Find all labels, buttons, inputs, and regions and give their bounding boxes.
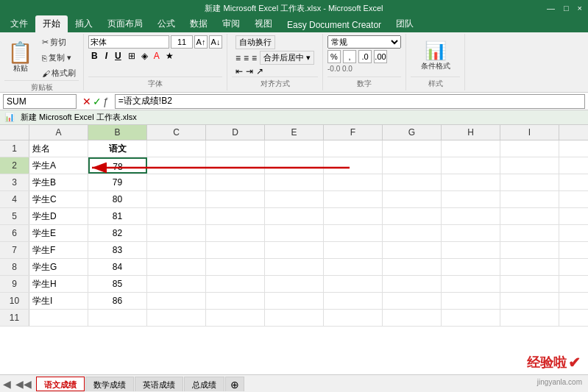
cell-a7[interactable]: 学生F <box>29 242 88 258</box>
align-left-btn[interactable]: ≡ <box>235 53 241 63</box>
tab-review[interactable]: 审阅 <box>215 15 247 32</box>
format-painter-btn[interactable]: 🖌 格式刷 <box>39 66 79 80</box>
cell-i9[interactable] <box>500 276 559 292</box>
cell-e8[interactable] <box>265 259 324 275</box>
cell-a11[interactable] <box>29 310 88 326</box>
cell-g5[interactable] <box>383 208 442 224</box>
cell-b5[interactable]: 81 <box>88 208 147 224</box>
special-format-btn[interactable]: ★ <box>163 50 176 62</box>
cell-d2[interactable] <box>206 157 265 174</box>
cell-c3[interactable] <box>147 174 206 190</box>
align-center-btn[interactable]: ≡ <box>244 53 249 63</box>
merge-center-btn[interactable]: 合并后居中 ▾ <box>260 51 314 65</box>
cell-d11[interactable] <box>206 310 265 326</box>
cell-i4[interactable] <box>500 191 559 207</box>
cell-f3[interactable] <box>324 174 383 190</box>
cell-g4[interactable] <box>383 191 442 207</box>
cell-h1[interactable] <box>442 140 500 157</box>
cell-b3[interactable]: 79 <box>88 174 147 190</box>
percent-btn[interactable]: % <box>327 50 341 63</box>
cell-c10[interactable] <box>147 293 206 309</box>
cell-b9[interactable]: 85 <box>88 276 147 292</box>
align-right-btn[interactable]: ≡ <box>252 53 257 63</box>
col-header-f[interactable]: F <box>324 125 383 140</box>
cell-g7[interactable] <box>383 242 442 258</box>
cell-e1[interactable] <box>265 140 324 157</box>
cell-i3[interactable] <box>500 174 559 190</box>
name-box[interactable] <box>3 94 77 109</box>
col-header-h[interactable]: H <box>442 125 500 140</box>
cell-d1[interactable] <box>206 140 265 157</box>
cell-f1[interactable] <box>324 140 383 157</box>
cell-a8[interactable]: 学生G <box>29 259 88 275</box>
cell-d3[interactable] <box>206 174 265 190</box>
cell-c5[interactable] <box>147 208 206 224</box>
cell-e10[interactable] <box>265 293 324 309</box>
font-size-up-btn[interactable]: A↑ <box>194 35 208 49</box>
cell-b2[interactable]: 78 <box>88 157 147 174</box>
cell-d6[interactable] <box>206 225 265 241</box>
underline-btn[interactable]: U <box>112 50 124 62</box>
dec-dec-btn[interactable]: .00 <box>374 50 387 63</box>
cell-i1[interactable] <box>500 140 559 157</box>
cell-e3[interactable] <box>265 174 324 190</box>
cell-f2[interactable] <box>324 157 383 174</box>
cell-h4[interactable] <box>442 191 500 207</box>
formula-input[interactable] <box>115 94 585 109</box>
cell-i5[interactable] <box>500 208 559 224</box>
cell-h2[interactable] <box>442 157 500 174</box>
tab-home[interactable]: 开始 <box>35 15 68 32</box>
col-header-a[interactable]: A <box>29 125 88 140</box>
cell-g11[interactable] <box>383 310 442 326</box>
tab-team[interactable]: 团队 <box>389 15 421 32</box>
cell-f5[interactable] <box>324 208 383 224</box>
cell-d4[interactable] <box>206 191 265 207</box>
cell-g6[interactable] <box>383 225 442 241</box>
cell-c4[interactable] <box>147 191 206 207</box>
font-size-down-btn[interactable]: A↓ <box>209 35 222 49</box>
cell-a1[interactable]: 姓名 <box>29 140 88 157</box>
cell-b6[interactable]: 82 <box>88 225 147 241</box>
minimize-btn[interactable]: — <box>547 4 555 13</box>
confirm-formula-btn[interactable]: ✓ <box>93 96 102 107</box>
cell-e5[interactable] <box>265 208 324 224</box>
orientation-btn[interactable]: ↗ <box>256 66 263 76</box>
cell-f6[interactable] <box>324 225 383 241</box>
bold-btn[interactable]: B <box>88 50 101 62</box>
cell-h6[interactable] <box>442 225 500 241</box>
cell-h8[interactable] <box>442 259 500 275</box>
cell-b8[interactable]: 84 <box>88 259 147 275</box>
sheet-tab-prev[interactable]: ◀ <box>3 378 11 390</box>
fill-color-btn[interactable]: ◈ <box>139 50 150 62</box>
cell-f8[interactable] <box>324 259 383 275</box>
col-header-i[interactable]: I <box>500 125 559 140</box>
cell-f10[interactable] <box>324 293 383 309</box>
cell-d7[interactable] <box>206 242 265 258</box>
col-header-d[interactable]: D <box>206 125 265 140</box>
cell-c6[interactable] <box>147 225 206 241</box>
tab-data[interactable]: 数据 <box>183 15 215 32</box>
sheet-tab-first[interactable]: ◀◀ <box>15 378 32 390</box>
cell-d9[interactable] <box>206 276 265 292</box>
cell-g1[interactable] <box>383 140 442 157</box>
cell-c2[interactable] <box>147 157 206 174</box>
cell-e2[interactable] <box>265 157 324 174</box>
cell-a9[interactable]: 学生H <box>29 276 88 292</box>
cell-g3[interactable] <box>383 174 442 190</box>
cell-i2[interactable] <box>500 157 559 174</box>
cell-h5[interactable] <box>442 208 500 224</box>
cell-h9[interactable] <box>442 276 500 292</box>
cell-f9[interactable] <box>324 276 383 292</box>
cell-i7[interactable] <box>500 242 559 258</box>
cell-g2[interactable] <box>383 157 442 174</box>
cell-g8[interactable] <box>383 259 442 275</box>
sheet-tab-zongcheng[interactable]: 总成绩 <box>184 377 224 391</box>
cell-h11[interactable] <box>442 310 500 326</box>
cell-g9[interactable] <box>383 276 442 292</box>
tab-view[interactable]: 视图 <box>247 15 280 32</box>
cell-a10[interactable]: 学生I <box>29 293 88 309</box>
cell-e4[interactable] <box>265 191 324 207</box>
sheet-tab-shuxue[interactable]: 数学成绩 <box>85 377 134 391</box>
cell-i6[interactable] <box>500 225 559 241</box>
sheet-tab-yingyu[interactable]: 英语成绩 <box>135 377 183 391</box>
